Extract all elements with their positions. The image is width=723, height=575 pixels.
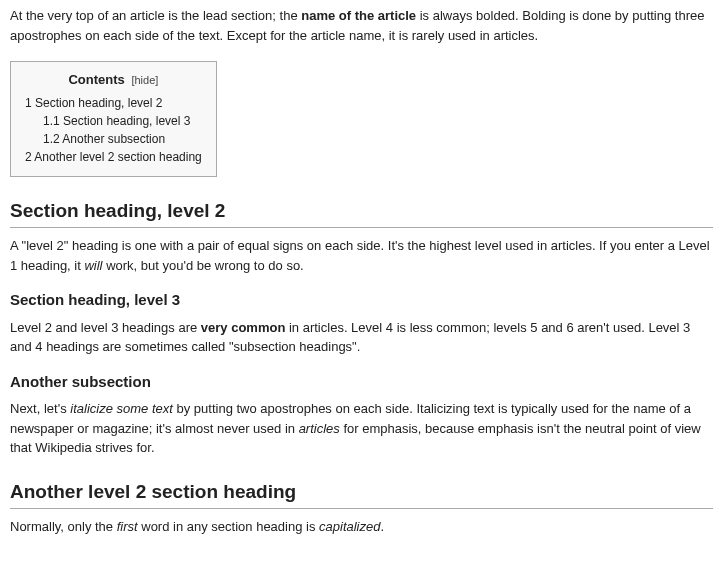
toc-hide-link[interactable]: [hide] <box>131 74 158 86</box>
heading-level2-1: Section heading, level 2 <box>10 197 713 229</box>
heading-level2-2: Another level 2 section heading <box>10 478 713 510</box>
s1-will: will <box>84 258 102 273</box>
s4-ital2: capitalized <box>319 519 380 534</box>
section4-paragraph: Normally, only the first word in any sec… <box>10 517 713 537</box>
s3-text-a: Next, let's <box>10 401 70 416</box>
s4-text-a: Normally, only the <box>10 519 117 534</box>
section2-paragraph: Level 2 and level 3 headings are very co… <box>10 318 713 357</box>
section1-paragraph: A "level 2" heading is one with a pair o… <box>10 236 713 275</box>
s3-ital2: articles <box>299 421 340 436</box>
s4-text-c: . <box>380 519 384 534</box>
toc-item[interactable]: 1 Section heading, level 2 <box>25 94 202 112</box>
s2-bold: very common <box>201 320 286 335</box>
heading-level3-2: Another subsection <box>10 371 713 394</box>
s4-text-b: word in any section heading is <box>138 519 319 534</box>
s2-text-a: Level 2 and level 3 headings are <box>10 320 201 335</box>
toc-title-row: Contents [hide] <box>25 70 202 90</box>
toc-item[interactable]: 1.2 Another subsection <box>25 130 202 148</box>
lead-bold: name of the article <box>301 8 416 23</box>
s4-ital: first <box>117 519 138 534</box>
section3-paragraph: Next, let's italicize some text by putti… <box>10 399 713 458</box>
s3-ital: italicize some text <box>70 401 173 416</box>
heading-level3-1: Section heading, level 3 <box>10 289 713 312</box>
toc-title: Contents <box>68 72 124 87</box>
lead-text-1: At the very top of an article is the lea… <box>10 8 301 23</box>
s1-text-b: work, but you'd be wrong to do so. <box>103 258 304 273</box>
toc-item[interactable]: 1.1 Section heading, level 3 <box>25 112 202 130</box>
toc-item[interactable]: 2 Another level 2 section heading <box>25 148 202 166</box>
lead-paragraph: At the very top of an article is the lea… <box>10 4 713 45</box>
table-of-contents: Contents [hide] 1 Section heading, level… <box>10 61 217 177</box>
